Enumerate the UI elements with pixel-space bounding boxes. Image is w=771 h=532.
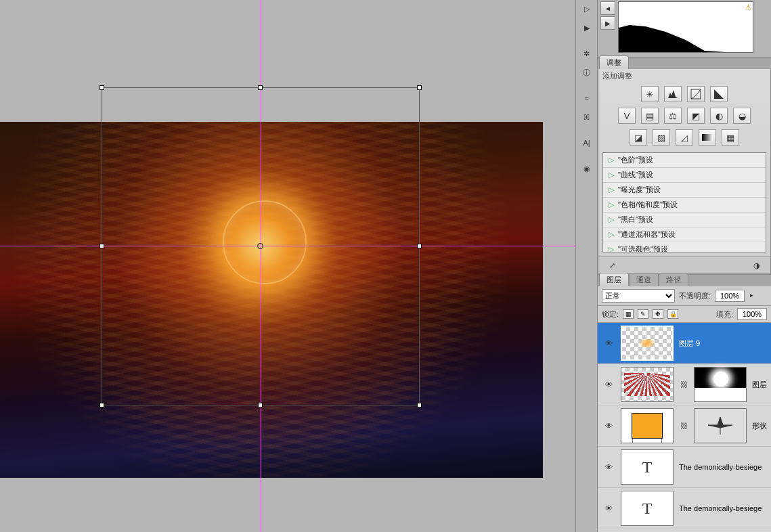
compass-icon[interactable]: ✲: [578, 46, 596, 61]
layer-mask-thumbnail[interactable]: [694, 367, 747, 402]
layer-name[interactable]: The demonically-besiege: [679, 504, 767, 512]
layer-name[interactable]: The demonically-besiege: [679, 463, 767, 471]
layer-name[interactable]: 图层: [752, 380, 767, 390]
lock-transparent-button[interactable]: ▦: [623, 309, 634, 319]
chevron-icon[interactable]: ▸: [750, 292, 753, 298]
photo-filter-icon[interactable]: ◐: [710, 108, 728, 124]
preset-item[interactable]: ▷"曲线"预设: [603, 168, 766, 183]
visibility-toggle[interactable]: 👁: [602, 380, 615, 389]
tab-channels[interactable]: 通道: [629, 273, 659, 286]
gradient-map-icon[interactable]: [699, 129, 716, 146]
layer-row[interactable]: 👁 图层 9: [598, 323, 771, 364]
vibrance-icon[interactable]: V: [618, 108, 636, 124]
fill-value: 100%: [743, 310, 762, 318]
layer-row[interactable]: 👁 ⛓ 形状: [598, 405, 771, 447]
levels-icon[interactable]: [664, 86, 682, 102]
layer-name[interactable]: 形状: [752, 421, 767, 431]
preset-label: "曝光度"预设: [618, 185, 661, 195]
selective-color-icon[interactable]: ▦: [722, 129, 739, 146]
visibility-toggle[interactable]: 👁: [602, 463, 615, 471]
preset-item[interactable]: ▷"可选颜色"预设: [603, 242, 766, 252]
disclosure-icon: ▷: [609, 200, 614, 209]
invert-icon[interactable]: ◪: [630, 129, 647, 146]
histogram-display: ⚠: [618, 1, 753, 53]
layer-thumbnail[interactable]: [621, 326, 674, 361]
brush-icon[interactable]: ꕤ: [578, 110, 596, 125]
lock-all-button[interactable]: 🔒: [667, 309, 678, 319]
preset-label: "曲线"预设: [618, 170, 653, 180]
link-icon[interactable]: ⛓: [679, 380, 688, 389]
text-icon: T: [642, 458, 653, 476]
link-icon[interactable]: ⛓: [679, 422, 688, 430]
blend-mode-select[interactable]: 正常: [602, 289, 675, 303]
canvas-area[interactable]: [0, 0, 575, 532]
collapsed-dock: ▷ ▶ ✲ ⓘ ≈ ꕤ A| ◉: [575, 0, 598, 532]
color-balance-icon[interactable]: ⚖: [664, 108, 682, 124]
histogram-prev-button[interactable]: ◄: [600, 1, 615, 15]
preset-label: "色阶"预设: [618, 155, 653, 165]
transform-handle[interactable]: [100, 85, 104, 90]
preset-item[interactable]: ▷"曝光度"预设: [603, 183, 766, 198]
panel-column: ◄ ▶ ⚠ 调整 添加调整 ☀: [598, 0, 771, 532]
text-layer-thumbnail[interactable]: T: [621, 491, 674, 526]
transform-handle[interactable]: [100, 244, 104, 248]
character-icon[interactable]: A|: [578, 135, 596, 150]
visibility-toggle[interactable]: 👁: [602, 339, 615, 347]
histogram-warning-icon[interactable]: ⚠: [745, 3, 751, 11]
text-layer-thumbnail[interactable]: T: [621, 449, 674, 485]
disclosure-icon: ▷: [609, 230, 614, 239]
posterize-icon[interactable]: ▨: [653, 129, 670, 146]
transform-handle[interactable]: [258, 85, 263, 90]
layer-row[interactable]: 👁 T The demonically-besiege: [598, 488, 771, 529]
transform-handle[interactable]: [258, 403, 263, 407]
lock-position-button[interactable]: ✥: [653, 309, 663, 319]
camera-icon[interactable]: ◉: [578, 161, 596, 176]
tab-layers[interactable]: 图层: [599, 273, 629, 286]
layer-row[interactable]: 👁 ⛓ 图层: [598, 364, 771, 405]
expand-icon[interactable]: ⤢: [605, 260, 619, 271]
preset-item[interactable]: ▷"色阶"预设: [603, 153, 766, 168]
opacity-field[interactable]: 100% ▸: [715, 290, 745, 302]
preset-item[interactable]: ▷"通道混和器"预设: [603, 227, 766, 242]
opacity-value: 100%: [720, 292, 739, 300]
black-white-icon[interactable]: ◩: [687, 108, 705, 124]
preset-item[interactable]: ▷"色相/饱和度"预设: [603, 198, 766, 213]
disclosure-icon: ▷: [609, 215, 614, 224]
preset-item[interactable]: ▷"黑白"预设: [603, 213, 766, 227]
visibility-toggle[interactable]: 👁: [602, 504, 615, 512]
adjustments-panel: 调整 添加调整 ☀ V ▤ ⚖ ◩ ◐: [598, 57, 771, 274]
lock-pixels-button[interactable]: ✎: [638, 309, 648, 319]
layer-list[interactable]: 👁 图层 9 👁 ⛓ 图层 👁 ⛓: [598, 323, 771, 532]
visibility-toggle[interactable]: 👁: [602, 422, 615, 430]
play-icon[interactable]: ▷: [578, 1, 596, 16]
disclosure-icon: ▷: [609, 245, 614, 252]
play-filled-icon[interactable]: ▶: [578, 20, 596, 35]
layer-name[interactable]: 图层 9: [679, 338, 767, 349]
hue-sat-icon[interactable]: ▤: [641, 108, 659, 124]
threshold-icon[interactable]: ◿: [676, 129, 693, 146]
brightness-contrast-icon[interactable]: ☀: [641, 86, 659, 102]
exposure-icon[interactable]: [710, 86, 728, 102]
curves-icon[interactable]: [687, 86, 705, 102]
levels-icon[interactable]: ≈: [578, 91, 596, 106]
preset-label: "色相/饱和度"预设: [618, 200, 678, 210]
transform-handle[interactable]: [417, 244, 422, 248]
transform-bounding-box[interactable]: [102, 87, 420, 405]
info-icon[interactable]: ⓘ: [578, 65, 596, 80]
tab-paths[interactable]: 路径: [659, 273, 688, 286]
svg-rect-0: [691, 89, 701, 99]
toggle-icon[interactable]: ◑: [750, 260, 764, 271]
vector-mask-thumbnail[interactable]: [694, 408, 747, 443]
layer-row[interactable]: 👁 T The demonically-besiege: [598, 447, 771, 488]
transform-handle[interactable]: [100, 403, 104, 407]
histogram-play-button[interactable]: ▶: [600, 16, 615, 30]
transform-handle[interactable]: [417, 85, 422, 90]
adjustment-preset-list[interactable]: ▷"色阶"预设 ▷"曲线"预设 ▷"曝光度"预设 ▷"色相/饱和度"预设 ▷"黑…: [602, 152, 766, 252]
layer-thumbnail[interactable]: [621, 367, 674, 402]
transform-handle[interactable]: [417, 403, 422, 407]
fill-field[interactable]: 100% ▸: [737, 308, 767, 320]
fill-thumbnail[interactable]: [621, 408, 674, 443]
channel-mixer-icon[interactable]: ◒: [733, 108, 751, 124]
transform-pivot[interactable]: [257, 243, 263, 249]
tab-adjustments[interactable]: 调整: [599, 56, 629, 69]
